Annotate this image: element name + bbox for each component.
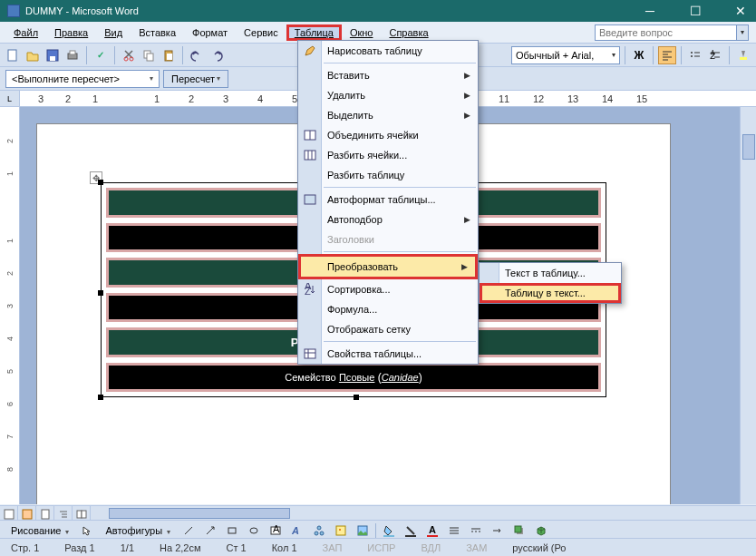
svg-point-12: [691, 55, 693, 57]
svg-text:2: 2: [710, 50, 715, 61]
spellcheck-icon[interactable]: ✓: [92, 46, 110, 64]
arrow-style-icon[interactable]: [489, 522, 507, 540]
submenu-table-to-text[interactable]: Таблицу в текст...: [480, 283, 621, 303]
menu-view[interactable]: Вид: [96, 24, 131, 41]
recalc-field[interactable]: <Выполните пересчет>▾: [5, 70, 160, 88]
line-icon[interactable]: [179, 522, 198, 540]
print-icon[interactable]: [63, 46, 82, 64]
help-search-dropdown[interactable]: ▾: [736, 25, 748, 40]
menu-help[interactable]: Справка: [381, 24, 436, 41]
menu-file[interactable]: Файл: [5, 24, 46, 41]
menu-delete[interactable]: Удалить▶: [298, 85, 478, 105]
paste-icon[interactable]: [160, 46, 178, 64]
menu-formula[interactable]: Формула...: [298, 299, 478, 319]
menu-insert[interactable]: Вставить▶: [298, 65, 478, 85]
diagram-icon[interactable]: [310, 522, 328, 540]
menu-autofit[interactable]: Автоподбор▶: [298, 210, 478, 229]
menu-service[interactable]: Сервис: [236, 24, 286, 41]
svg-point-36: [339, 529, 341, 531]
svg-rect-18: [305, 195, 315, 204]
clipart-icon[interactable]: [332, 522, 350, 540]
svg-rect-10: [167, 54, 172, 60]
drawing-menu[interactable]: Рисование ▾: [5, 525, 74, 536]
svg-rect-24: [42, 510, 49, 519]
svg-point-28: [250, 528, 257, 533]
line-color-icon[interactable]: [402, 522, 420, 540]
menu-split-cells[interactable]: Разбить ячейки...: [298, 145, 478, 165]
split-icon: [302, 148, 318, 162]
window-title: DUMMY - Microsoft Word: [25, 5, 139, 16]
menu-table[interactable]: Таблица: [286, 24, 342, 41]
autoshapes-menu[interactable]: Автофигуры ▾: [100, 525, 176, 536]
status-ext[interactable]: ВДЛ: [415, 542, 446, 553]
menu-insert[interactable]: Вставка: [131, 24, 184, 41]
highlight-icon[interactable]: [734, 46, 752, 64]
svg-rect-2: [50, 56, 55, 61]
status-line: Ст 1: [221, 542, 252, 553]
status-pages: 1/1: [115, 542, 140, 553]
save-icon[interactable]: [44, 46, 62, 64]
bold-icon[interactable]: Ж: [630, 46, 648, 64]
menu-window[interactable]: Окно: [342, 24, 382, 41]
help-search-input[interactable]: [596, 27, 736, 38]
numbering-icon[interactable]: 12: [706, 46, 724, 64]
statusbar: Стр. 1 Разд 1 1/1 На 2,2см Ст 1 Кол 1 ЗА…: [0, 538, 756, 556]
svg-rect-22: [5, 510, 14, 519]
menu-split-table[interactable]: Разбить таблицу: [298, 165, 478, 185]
arrow-icon[interactable]: [201, 522, 219, 540]
scrollbar-thumb[interactable]: [742, 134, 755, 160]
style-selector[interactable]: Обычный + Arial, ▾: [511, 46, 620, 64]
vertical-ruler[interactable]: 2 1 1 2 3 4 5 6 7 8: [0, 107, 20, 504]
menu-format[interactable]: Формат: [184, 24, 236, 41]
menu-sort[interactable]: AZ Сортировка...: [298, 279, 478, 299]
menu-table-properties[interactable]: Свойства таблицы...: [298, 344, 478, 364]
status-rec[interactable]: ЗАП: [317, 542, 348, 553]
picture-icon[interactable]: [354, 522, 372, 540]
svg-rect-25: [77, 511, 82, 518]
table-row[interactable]: Семейство Псовые (Canidae): [106, 363, 601, 392]
select-arrow-icon[interactable]: [78, 522, 96, 540]
svg-rect-0: [8, 50, 16, 61]
fill-color-icon[interactable]: [380, 522, 398, 540]
status-lang[interactable]: русский (Ро: [507, 542, 571, 553]
menu-merge-cells[interactable]: Объединить ячейки: [298, 125, 478, 145]
menu-edit[interactable]: Правка: [46, 24, 96, 41]
menu-draw-table[interactable]: Нарисовать таблицу: [298, 41, 478, 61]
bullets-icon[interactable]: [686, 46, 704, 64]
scrollbar-thumb[interactable]: [109, 508, 290, 519]
oval-icon[interactable]: [245, 522, 263, 540]
copy-icon[interactable]: [140, 46, 158, 64]
minimize-button[interactable]: ─: [638, 2, 662, 20]
ruler-corner[interactable]: L: [0, 91, 20, 107]
redo-icon[interactable]: [208, 46, 226, 64]
maximize-button[interactable]: ☐: [683, 2, 707, 20]
dash-style-icon[interactable]: [467, 522, 485, 540]
vertical-scrollbar[interactable]: [740, 107, 756, 504]
status-ovr[interactable]: ЗАМ: [460, 542, 492, 553]
help-search[interactable]: ▾: [595, 24, 749, 41]
open-icon[interactable]: [24, 46, 42, 64]
line-weight-icon[interactable]: [445, 522, 463, 540]
menu-gridlines[interactable]: Отображать сетку: [298, 319, 478, 339]
undo-icon[interactable]: [188, 46, 206, 64]
wordart-icon[interactable]: A: [288, 522, 306, 540]
3d-icon[interactable]: [532, 522, 550, 540]
status-fix[interactable]: ИСПР: [362, 542, 401, 553]
merge-icon: [302, 128, 318, 142]
menu-headings[interactable]: Заголовки: [298, 229, 478, 249]
menu-convert[interactable]: Преобразовать▶: [298, 254, 478, 279]
svg-rect-35: [336, 526, 345, 535]
cut-icon[interactable]: [120, 46, 138, 64]
new-doc-icon[interactable]: [4, 46, 22, 64]
textbox-icon[interactable]: A: [267, 522, 285, 540]
recalc-button[interactable]: Пересчет▾: [163, 70, 228, 88]
submenu-text-to-table[interactable]: Текст в таблицу...: [480, 263, 621, 283]
close-button[interactable]: ✕: [729, 2, 752, 20]
menu-select[interactable]: Выделить▶: [298, 105, 478, 125]
svg-rect-26: [82, 511, 86, 518]
shadow-icon[interactable]: [510, 522, 528, 540]
menu-autoformat[interactable]: Автоформат таблицы...: [298, 190, 478, 210]
align-icon[interactable]: [658, 46, 676, 64]
rectangle-icon[interactable]: [223, 522, 241, 540]
font-color-icon[interactable]: A: [423, 522, 441, 540]
